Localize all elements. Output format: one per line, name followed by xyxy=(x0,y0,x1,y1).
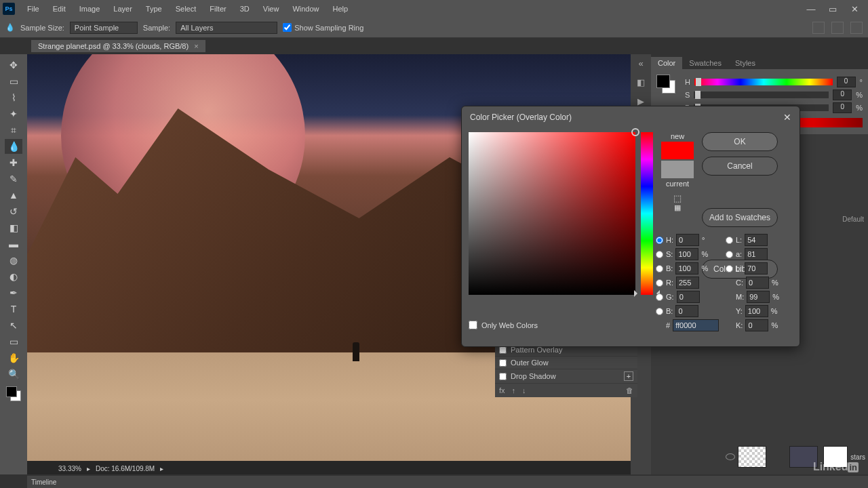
layer-thumb[interactable] xyxy=(738,446,766,468)
r-field[interactable] xyxy=(676,277,699,289)
l-radio[interactable] xyxy=(726,237,733,244)
ok-button[interactable]: OK xyxy=(702,132,778,151)
a-field[interactable] xyxy=(745,248,768,260)
m-field[interactable] xyxy=(747,291,770,303)
zoom-tool[interactable]: 🔍 xyxy=(5,367,22,382)
r-radio[interactable] xyxy=(656,279,663,287)
a-radio[interactable] xyxy=(726,251,733,258)
bv-field[interactable] xyxy=(675,262,698,274)
s-field[interactable] xyxy=(675,248,698,260)
crop-tool[interactable]: ⌗ xyxy=(5,123,22,138)
fx-icon[interactable]: fx xyxy=(499,386,505,394)
pen-tool[interactable]: ✒ xyxy=(5,285,22,300)
visibility-icon[interactable] xyxy=(726,453,735,460)
h-radio[interactable] xyxy=(656,237,663,244)
k-field[interactable] xyxy=(745,319,768,331)
menu-3d[interactable]: 3D xyxy=(233,5,256,13)
s-value[interactable]: 0 xyxy=(833,89,852,100)
sv-field[interactable] xyxy=(469,132,635,295)
panel-fg[interactable] xyxy=(656,75,670,88)
add-effect-icon[interactable]: + xyxy=(624,371,633,381)
menu-file[interactable]: File xyxy=(20,5,46,13)
web-colors-check[interactable] xyxy=(469,321,477,329)
tab-swatches[interactable]: Swatches xyxy=(682,57,728,69)
move-up-icon[interactable]: ↑ xyxy=(512,386,516,394)
marquee-tool[interactable]: ▭ xyxy=(5,74,22,89)
timeline-panel[interactable]: Timeline xyxy=(27,476,868,488)
type-tool[interactable]: T xyxy=(5,302,22,317)
bv-radio[interactable] xyxy=(656,265,663,272)
bc-radio[interactable] xyxy=(656,308,663,315)
hue-slider[interactable] xyxy=(641,132,653,295)
menu-window[interactable]: Window xyxy=(285,5,326,13)
history-icon[interactable]: ◧ xyxy=(635,77,646,88)
menu-type[interactable]: Type xyxy=(139,5,169,13)
window-minimize[interactable]: — xyxy=(800,4,822,14)
window-maximize[interactable]: ▭ xyxy=(822,4,844,14)
y-field[interactable] xyxy=(745,305,768,317)
s-radio[interactable] xyxy=(656,251,663,258)
menu-filter[interactable]: Filter xyxy=(203,5,233,13)
web-safe-icon[interactable]: ▦ xyxy=(658,203,696,212)
l-field[interactable] xyxy=(745,234,768,246)
hex-field[interactable] xyxy=(673,319,719,331)
healing-tool[interactable]: ✚ xyxy=(5,155,22,170)
magic-wand-tool[interactable]: ✦ xyxy=(5,106,22,121)
history-brush-tool[interactable]: ↺ xyxy=(5,204,22,219)
menu-help[interactable]: Help xyxy=(326,5,355,13)
sample-size-select[interactable]: Point Sample xyxy=(70,22,138,34)
s-slider[interactable] xyxy=(694,92,829,98)
g-radio[interactable] xyxy=(656,293,663,301)
h-value[interactable]: 0 xyxy=(837,77,856,87)
show-sampling-ring[interactable]: Show Sampling Ring xyxy=(283,23,363,32)
cancel-button[interactable]: Cancel xyxy=(702,157,778,176)
menu-layer[interactable]: Layer xyxy=(106,5,139,13)
cube-icon[interactable]: ⬚ xyxy=(658,193,696,203)
layer-style-default[interactable]: Default xyxy=(842,216,864,223)
sample-select[interactable]: All Layers xyxy=(176,22,277,34)
bc-field[interactable] xyxy=(675,305,698,317)
path-select-tool[interactable]: ↖ xyxy=(5,318,22,333)
color-swatch[interactable] xyxy=(6,386,21,401)
panel-swatch[interactable] xyxy=(656,75,675,94)
eraser-tool[interactable]: ◧ xyxy=(5,220,22,235)
eyedropper-tool[interactable]: 💧 xyxy=(5,139,22,154)
lasso-tool[interactable]: ⌇ xyxy=(5,90,22,105)
eyedropper-icon[interactable]: 💧 xyxy=(5,23,15,32)
show-sampling-ring-check[interactable] xyxy=(283,23,292,32)
stamp-tool[interactable]: ▲ xyxy=(5,188,22,203)
sv-cursor[interactable] xyxy=(631,128,639,136)
lab-b-field[interactable] xyxy=(745,262,768,274)
tab-color[interactable]: Color xyxy=(651,57,682,69)
close-icon[interactable]: ✕ xyxy=(783,112,791,123)
menu-edit[interactable]: Edit xyxy=(46,5,73,13)
layer-row-1[interactable] xyxy=(726,446,769,468)
workspace-icon[interactable] xyxy=(831,22,844,34)
document-tab[interactable]: Strange planet.psd @ 33.3% (clouds, RGB/… xyxy=(31,40,205,52)
delete-icon[interactable]: 🗑 xyxy=(626,386,633,394)
search-icon[interactable] xyxy=(812,22,825,34)
gradient-tool[interactable]: ▬ xyxy=(5,237,22,251)
move-down-icon[interactable]: ↓ xyxy=(522,386,526,394)
add-swatches-button[interactable]: Add to Swatches xyxy=(702,208,778,227)
shape-tool[interactable]: ▭ xyxy=(5,334,22,349)
window-close[interactable]: ✕ xyxy=(844,4,865,14)
foreground-color[interactable] xyxy=(6,386,17,397)
menu-image[interactable]: Image xyxy=(73,5,107,13)
c-field[interactable] xyxy=(746,277,769,289)
dodge-tool[interactable]: ◐ xyxy=(5,269,22,284)
share-icon[interactable] xyxy=(850,22,863,34)
ls-outer-glow[interactable]: Outer Glow xyxy=(495,356,637,369)
close-tab-icon[interactable]: × xyxy=(194,42,198,50)
blur-tool[interactable]: ◍ xyxy=(5,253,22,268)
lab-b-radio[interactable] xyxy=(726,265,733,272)
brush-tool[interactable]: ✎ xyxy=(5,171,22,186)
h-field[interactable] xyxy=(676,234,699,246)
hand-tool[interactable]: ✋ xyxy=(5,350,22,365)
tab-styles[interactable]: Styles xyxy=(728,57,762,69)
menu-select[interactable]: Select xyxy=(169,5,203,13)
g-field[interactable] xyxy=(677,291,700,303)
collapse-icon[interactable]: « xyxy=(635,58,646,69)
ls-drop-shadow[interactable]: Drop Shadow+ xyxy=(495,369,637,383)
b-value[interactable]: 0 xyxy=(833,102,852,113)
